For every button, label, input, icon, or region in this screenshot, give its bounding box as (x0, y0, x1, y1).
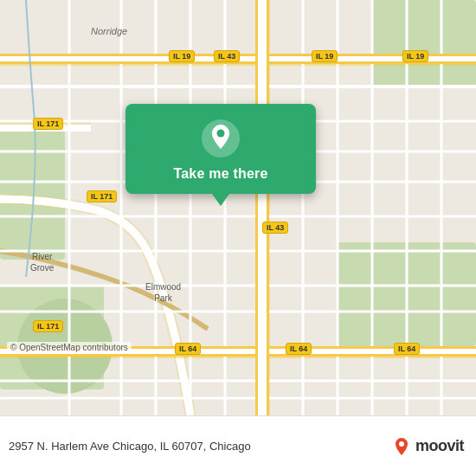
popup-label: Take me there (173, 166, 267, 182)
bottom-bar: 2957 N. Harlem Ave Chicago, IL 60707, Ch… (0, 415, 476, 476)
pin-icon (202, 119, 240, 158)
svg-rect-6 (372, 0, 476, 87)
badge-il19-1: IL 19 (169, 50, 195, 62)
svg-point-45 (217, 130, 225, 138)
address-text: 2957 N. Harlem Ave Chicago, IL 60707, Ch… (9, 440, 391, 453)
osm-attribution: © OpenStreetMap contributors (7, 342, 132, 353)
badge-il171-1: IL 171 (33, 118, 63, 130)
badge-il19-2: IL 19 (312, 50, 338, 62)
badge-il64-1: IL 64 (175, 343, 201, 355)
elmwood-park-label: ElmwoodPark (145, 281, 181, 304)
badge-il171-2: IL 171 (87, 190, 117, 203)
moovit-pin-icon (391, 436, 412, 457)
river-grove-label: RiverGrove (30, 251, 54, 273)
badge-il19-3: IL 19 (402, 50, 428, 62)
badge-il171-3: IL 171 (33, 320, 63, 332)
badge-il43-top: IL 43 (214, 50, 240, 62)
norridge-label: Norridge (91, 26, 127, 36)
badge-il64-3: IL 64 (394, 343, 420, 355)
map-popup[interactable]: Take me there (125, 104, 316, 194)
moovit-text: moovit (415, 437, 464, 455)
svg-rect-44 (258, 0, 267, 415)
badge-il43-mid: IL 43 (262, 222, 288, 234)
moovit-logo: moovit (391, 436, 464, 457)
map-container: Norridge RiverGrove ElmwoodPark IL 19 IL… (0, 0, 476, 415)
svg-point-46 (399, 441, 404, 447)
badge-il64-2: IL 64 (286, 343, 312, 355)
